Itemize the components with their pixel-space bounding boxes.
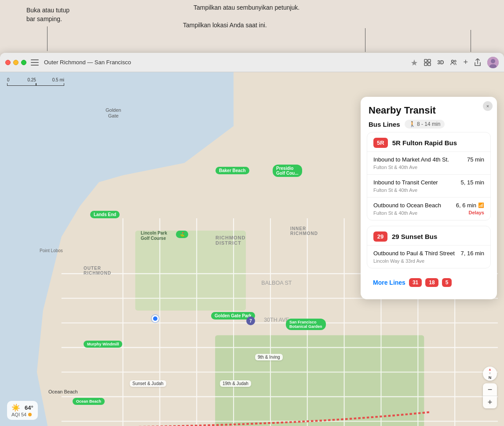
place-lincoln-park: Lincoln ParkGolf Course: [141, 231, 167, 241]
stop-time-5r-3: 6, 6 min: [456, 202, 476, 209]
location-annotation: Tampilkan lokasi Anda saat ini.: [183, 21, 267, 30]
sidebar-toggle-button[interactable]: [31, 59, 39, 66]
stop-dest-5r-3: Outbound to Ocean Beach: [373, 202, 456, 209]
add-button[interactable]: +: [463, 58, 468, 67]
place-golden-gate: GoldenGate: [106, 107, 121, 119]
titlebar: Outer Richmond — San Francisco 3D: [0, 53, 504, 72]
label-richmond-district: RICHMONDDISTRICT: [215, 235, 246, 246]
user-avatar[interactable]: [487, 57, 499, 68]
label-ocean-beach: Ocean Beach: [48, 389, 78, 394]
weather-badge: ☀️ 64° AQI 54: [7, 401, 38, 420]
delay-signal-icon: 📶: [478, 202, 484, 208]
stop-sunset-judah: Sunset & Judah: [130, 380, 166, 387]
zoom-out-button[interactable]: −: [483, 383, 497, 396]
route-card-5r[interactable]: 5R 5R Fulton Rapid Bus Inbound to Market…: [367, 132, 491, 220]
place-presidio: PresidioGolf Cou...: [273, 165, 302, 177]
more-badge-18[interactable]: 18: [425, 278, 438, 287]
route-header-29: 29 29 Sunset Bus: [367, 226, 490, 246]
more-lines-label[interactable]: More Lines: [373, 279, 405, 286]
stop-dest-5r-1: Inbound to Market And 4th St.: [373, 156, 467, 164]
location-button[interactable]: [411, 59, 418, 66]
svg-rect-2: [424, 63, 427, 66]
map-area[interactable]: BALBOA ST 30TH AVE 0 0.25 0.5 mi GoldenG…: [0, 72, 504, 426]
stop-addr-5r-1: Fulton St & 40th Ave: [373, 165, 484, 170]
stop-time-5r-2: 5, 15 min: [461, 179, 484, 186]
walk-time-badge: 🚶 8 - 14 min: [405, 120, 445, 129]
delay-label-5r-3: Delays: [469, 210, 484, 215]
show-hide-annotation-line: [365, 28, 365, 52]
compass-n-label: N: [489, 375, 492, 380]
panel-header: Nearby Transit Bus Lines 🚶 8 - 14 min: [361, 97, 497, 132]
panel-body[interactable]: 5R 5R Fulton Rapid Bus Inbound to Market…: [361, 132, 497, 299]
sidebar-annotation-line: [47, 26, 47, 51]
zoom-controls: − +: [483, 383, 497, 408]
stop-9th-irving: 9th & Irving: [255, 354, 283, 360]
stop-dest-29-1: Outbound to Paul & Third Street: [373, 250, 461, 257]
stop-addr-29-1: Lincoln Way & 33rd Ave: [373, 258, 484, 264]
svg-point-5: [454, 60, 456, 62]
compass-south-triangle: ▼: [488, 371, 492, 375]
place-murphy-windmill: Murphy Windmill: [84, 341, 122, 348]
route-card-29[interactable]: 29 29 Sunset Bus Outbound to Paul & Thir…: [367, 226, 491, 268]
transit-panel: × Nearby Transit Bus Lines 🚶 8 - 14 min …: [361, 97, 497, 299]
more-badge-31[interactable]: 31: [409, 278, 422, 287]
show-hide-annotation: Tampilkan atau sembunyikan petunjuk.: [194, 4, 299, 12]
stop-time-5r-1: 75 min: [467, 156, 484, 163]
compass[interactable]: ▲ ▼ N: [483, 367, 497, 381]
svg-text:BALBOA ST: BALBOA ST: [261, 280, 292, 286]
weather-temp: 64°: [25, 404, 33, 411]
users-button[interactable]: [450, 59, 457, 66]
panel-subtitle-row: Bus Lines 🚶 8 - 14 min: [369, 120, 489, 129]
svg-rect-0: [424, 59, 427, 62]
user-location: [152, 315, 159, 322]
map-controls: ▲ ▼ N − +: [483, 367, 497, 408]
zoom-in-button[interactable]: +: [483, 396, 497, 408]
more-lines-row[interactable]: More Lines 31 18 5: [367, 274, 491, 293]
route-stop-5r-3[interactable]: Outbound to Ocean Beach 6, 6 min 📶 Fulto…: [367, 198, 490, 220]
scale-graphic: [7, 83, 64, 86]
location-annotation-line: [471, 30, 471, 52]
route-header-5r: 5R 5R Fulton Rapid Bus: [367, 132, 490, 152]
svg-rect-1: [428, 59, 431, 62]
svg-rect-3: [428, 63, 431, 66]
more-badge-5[interactable]: 5: [442, 278, 452, 287]
scale-bar: 0 0.25 0.5 mi: [7, 77, 64, 86]
route-name-5r: 5R Fulton Rapid Bus: [392, 139, 457, 147]
sidebar-annotation: Buka atau tutup bar samping.: [26, 6, 69, 23]
close-button[interactable]: [5, 60, 11, 65]
place-number-7: 7: [246, 316, 255, 325]
map-view-button[interactable]: [424, 59, 431, 66]
minimize-button[interactable]: [13, 60, 18, 65]
route-name-29: 29 Sunset Bus: [392, 233, 437, 240]
stop-19th-judah: 19th & Judah: [220, 380, 251, 387]
sun-icon: ☀️: [11, 404, 20, 412]
titlebar-actions: 3D +: [411, 57, 499, 68]
label-point-lobos: Point Lobos: [40, 248, 63, 253]
route-badge-5r: 5R: [373, 138, 388, 148]
bus-lines-label: Bus Lines: [369, 121, 400, 128]
aqi-label: AQI 54: [11, 412, 26, 417]
panel-title: Nearby Transit: [369, 105, 489, 116]
share-button[interactable]: [474, 59, 481, 66]
stop-dest-5r-2: Inbound to Transit Center: [373, 179, 461, 187]
window-title: Outer Richmond — San Francisco: [44, 59, 411, 66]
route-stop-5r-1[interactable]: Inbound to Market And 4th St. 75 min Ful…: [367, 152, 490, 175]
label-outer-richmond: OUTERRICHMOND: [84, 266, 111, 275]
svg-point-4: [452, 60, 454, 62]
traffic-lights: [5, 60, 26, 65]
maximize-button[interactable]: [21, 60, 26, 65]
route-badge-29: 29: [373, 231, 387, 242]
svg-point-7: [491, 59, 495, 63]
3d-button[interactable]: 3D: [437, 59, 444, 66]
route-stop-5r-2[interactable]: Inbound to Transit Center 5, 15 min Fult…: [367, 175, 490, 198]
place-lincoln-poi: ⛳: [176, 231, 188, 238]
label-inner-richmond: INNERRICHMOND: [290, 226, 318, 236]
poi-ocean-beach: Ocean Beach: [73, 398, 105, 405]
compass-north-triangle: ▲: [488, 367, 492, 371]
panel-close-button[interactable]: ×: [483, 101, 493, 111]
app-window: Outer Richmond — San Francisco 3D: [0, 53, 504, 426]
aqi-dot: [28, 413, 32, 416]
stop-time-29-1: 7, 16 min: [461, 250, 484, 257]
place-lands-end: Lands End: [90, 211, 120, 218]
route-stop-29-1[interactable]: Outbound to Paul & Third Street 7, 16 mi…: [367, 246, 490, 268]
